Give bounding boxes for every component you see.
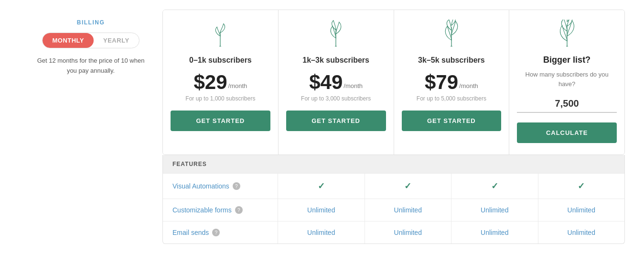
feature-name-email-sends: Email sends ? — [163, 222, 278, 244]
billing-toggle: MONTHLY YEARLY — [42, 33, 139, 48]
subscriber-count-input[interactable] — [517, 95, 617, 113]
billing-label: BILLING — [77, 19, 105, 26]
plan-3-5k: 3k–5k subscribers $79 /month For up to 5… — [394, 10, 510, 155]
feature-val-es-1: Unlimited — [278, 222, 365, 244]
features-header: FEATURES — [163, 155, 624, 173]
plan-0-1k-price-row: $29 /month — [193, 72, 247, 92]
feature-row-visual-automations: Visual Automations ? ✓ ✓ ✓ ✓ — [163, 173, 624, 199]
small-plant-icon — [206, 20, 235, 48]
plan-0-1k-period: /month — [228, 82, 247, 89]
check-icon-va-2: ✓ — [404, 181, 411, 191]
email-sends-help-icon[interactable]: ? — [212, 229, 220, 236]
plan-3-5k-price-row: $79 /month — [425, 72, 478, 92]
feature-val-es-2: Unlimited — [365, 222, 451, 244]
features-spacer — [19, 155, 162, 244]
plan-bigger-title: Bigger list? — [543, 55, 590, 65]
feature-val-es-4: Unlimited — [538, 222, 625, 244]
plan-1-3k-title: 1k–3k subscribers — [302, 55, 369, 66]
plan-bigger: Bigger list? How many subscribers do you… — [509, 10, 624, 155]
visual-automations-help-icon[interactable]: ? — [233, 182, 240, 190]
plan-3-5k-period: /month — [459, 82, 478, 89]
unlimited-es-1: Unlimited — [307, 229, 335, 236]
plan-3-5k-subtext: For up to 5,000 subscribers — [417, 95, 486, 102]
pricing-cards: 0–1k subscribers $29 /month For up to 1,… — [162, 10, 625, 155]
unlimited-es-3: Unlimited — [481, 229, 508, 236]
features-table: FEATURES Visual Automations ? ✓ ✓ ✓ ✓ Cu… — [162, 155, 625, 244]
plan-1-3k-period: /month — [343, 82, 363, 89]
unlimited-es-4: Unlimited — [568, 229, 595, 236]
plan-1-3k-cta[interactable]: GET STARTED — [286, 111, 386, 131]
plan-1-3k-price: $49 — [309, 72, 343, 92]
feature-row-customizable-forms: Customizable forms ? Unlimited Unlimited… — [163, 199, 624, 221]
monthly-toggle[interactable]: MONTHLY — [43, 33, 94, 48]
plan-bigger-cta[interactable]: CALCULATE — [517, 122, 617, 143]
feature-val-va-2: ✓ — [365, 174, 451, 199]
plan-0-1k-subtext: For up to 1,000 subscribers — [185, 95, 255, 102]
plan-1-3k: 1k–3k subscribers $49 /month For up to 3… — [279, 10, 394, 155]
plan-0-1k-cta[interactable]: GET STARTED — [171, 111, 270, 131]
plan-3-5k-cta[interactable]: GET STARTED — [402, 111, 502, 131]
unlimited-cf-1: Unlimited — [307, 206, 335, 214]
feature-val-va-4: ✓ — [538, 174, 625, 199]
plan-bigger-subtitle: How many subscribers do you have? — [517, 70, 617, 89]
feature-val-va-1: ✓ — [278, 174, 365, 199]
large-plant-icon — [437, 20, 466, 48]
plan-1-3k-subtext: For up to 3,000 subscribers — [301, 95, 371, 102]
yearly-toggle[interactable]: YEARLY — [94, 33, 139, 48]
unlimited-cf-4: Unlimited — [568, 206, 595, 214]
check-icon-va-4: ✓ — [578, 181, 585, 191]
feature-name-customizable-forms: Customizable forms ? — [163, 199, 278, 221]
feature-val-cf-2: Unlimited — [365, 199, 451, 221]
features-section: FEATURES Visual Automations ? ✓ ✓ ✓ ✓ Cu… — [0, 155, 644, 244]
feature-val-va-3: ✓ — [451, 174, 538, 199]
feature-val-cf-1: Unlimited — [278, 199, 365, 221]
plan-0-1k-title: 0–1k subscribers — [189, 55, 252, 66]
plan-1-3k-price-row: $49 /month — [309, 72, 363, 92]
feature-row-email-sends: Email sends ? Unlimited Unlimited Unlimi… — [163, 221, 624, 244]
unlimited-cf-2: Unlimited — [394, 206, 422, 214]
biggest-plant-icon — [553, 20, 581, 48]
feature-name-visual-automations: Visual Automations ? — [163, 174, 278, 199]
medium-plant-icon — [322, 20, 350, 48]
billing-sidebar: BILLING MONTHLY YEARLY Get 12 months for… — [19, 10, 162, 86]
feature-val-cf-3: Unlimited — [451, 199, 538, 221]
feature-val-cf-4: Unlimited — [538, 199, 625, 221]
plan-3-5k-title: 3k–5k subscribers — [418, 55, 485, 66]
customizable-forms-help-icon[interactable]: ? — [235, 206, 243, 214]
check-icon-va-1: ✓ — [318, 181, 325, 191]
plan-0-1k: 0–1k subscribers $29 /month For up to 1,… — [163, 10, 279, 155]
unlimited-cf-3: Unlimited — [481, 206, 508, 214]
billing-note: Get 12 months for the price of 10 when y… — [33, 56, 148, 76]
check-icon-va-3: ✓ — [491, 181, 498, 191]
unlimited-es-2: Unlimited — [394, 229, 422, 236]
plan-0-1k-price: $29 — [193, 72, 227, 92]
feature-val-es-3: Unlimited — [451, 222, 538, 244]
plan-3-5k-price: $79 — [425, 72, 458, 92]
